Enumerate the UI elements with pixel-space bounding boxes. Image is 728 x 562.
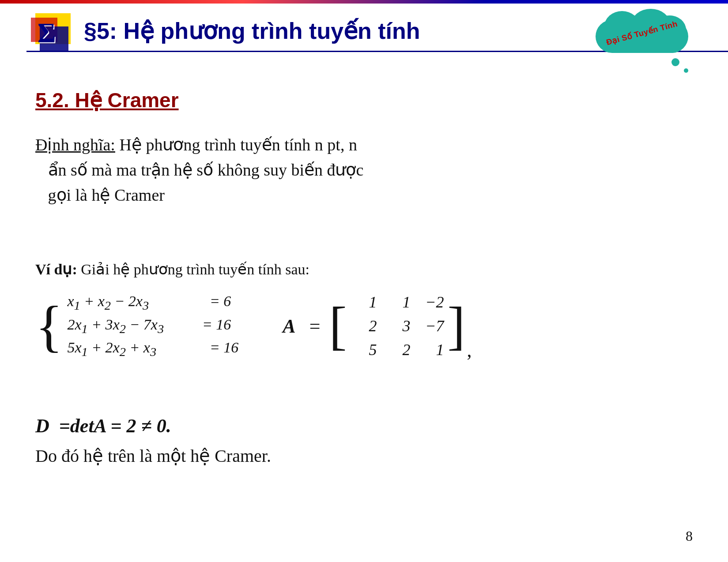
eq1-lhs: x1 + x2 − 2x3 [67,293,191,313]
cloud-dot-small [684,68,688,73]
matrix-cell-10: 2 [369,317,377,335]
header-bar [0,0,728,4]
cloud-decoration: Đại Số Tuyến Tính [591,9,693,57]
matrix-cell-11: 3 [403,317,411,335]
matrix-comma: , [467,339,472,362]
eq2-lhs: 2x1 + 3x2 − 7x3 [67,316,191,336]
equation-2: 2x1 + 3x2 − 7x3 = 16 [67,316,238,336]
eq1-rhs: = 6 [210,293,231,310]
left-brace: { [35,297,63,355]
equations-list: x1 + x2 − 2x3 = 6 2x1 + 3x2 − 7x3 = 16 5… [67,293,238,359]
equation-1: x1 + x2 − 2x3 = 6 [67,293,238,313]
matrix-cell-02: −2 [425,293,444,311]
matrix-cell-21: 2 [403,341,411,359]
matrix-cell-20: 5 [369,341,377,359]
matrix-wrapper: [ 1 1 −2 2 3 −7 5 2 1 ] , [329,287,472,365]
definition-block: Định nghĩa: Hệ phương trình tuyến tính n… [35,132,693,208]
matrix-cell-12: −7 [425,317,444,335]
matrix-grid: 1 1 −2 2 3 −7 5 2 1 [347,287,448,365]
det-line: D =detA = 2 ≠ 0. [35,415,171,437]
section-title: 5.2. Hệ Cramer [35,88,179,112]
matrix-cell-00: 1 [369,293,377,311]
eq3-lhs: 5x1 + 2x2 + x3 [67,339,191,359]
equations-area: { x1 + x2 − 2x3 = 6 2x1 + 3x2 − 7x3 = 16… [35,287,472,365]
matrix-equals: = [305,315,321,337]
matrix-bracket-right: ] [448,300,465,352]
cloud-dot-large [671,58,679,66]
conclusion-line: Do đó hệ trên là một hệ Cramer. [35,446,271,466]
matrix-section: A = [ 1 1 −2 2 3 −7 5 2 1 ] , [283,287,472,365]
main-title: §5: Hệ phương trình tuyến tính [84,18,596,44]
definition-label: Định nghĩa: [35,135,115,154]
equation-3: 5x1 + 2x2 + x3 = 16 [67,339,238,359]
matrix-label: A [283,315,295,337]
matrix-cell-22: 1 [436,341,444,359]
matrix-cell-01: 1 [403,293,411,311]
matrix-bracket-left: [ [329,300,347,352]
sigma-symbol: Σ [38,17,56,49]
example-text: Giải hệ phương trình tuyến tính sau: [81,261,309,277]
example-block: Ví dụ: Giải hệ phương trình tuyến tính s… [35,260,309,278]
system-of-equations: { x1 + x2 − 2x3 = 6 2x1 + 3x2 − 7x3 = 16… [35,293,238,359]
page-number: 8 [686,528,693,544]
example-label: Ví dụ: [35,261,77,277]
eq3-rhs: = 16 [210,339,238,356]
eq2-rhs: = 16 [202,316,231,333]
cloud-shape: Đại Số Tuyến Tính [591,9,693,57]
